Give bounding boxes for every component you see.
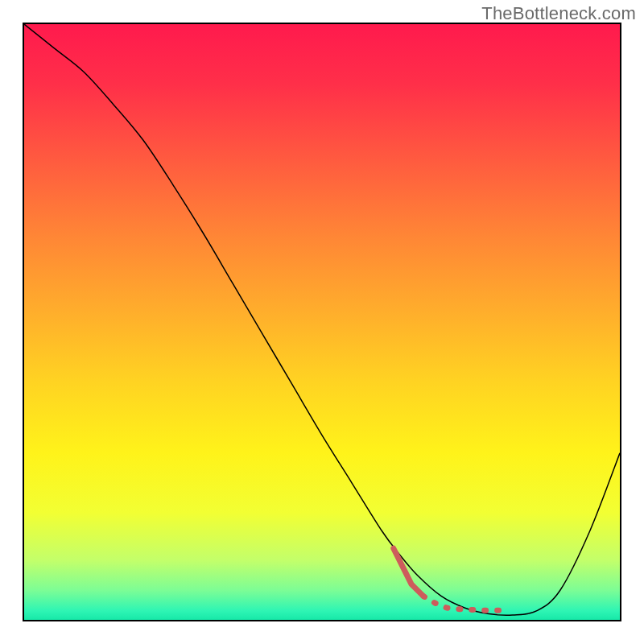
chart-container — [23, 23, 621, 621]
chart-background — [24, 24, 620, 620]
chart-svg — [24, 24, 620, 620]
watermark-text: TheBottleneck.com — [481, 3, 636, 24]
